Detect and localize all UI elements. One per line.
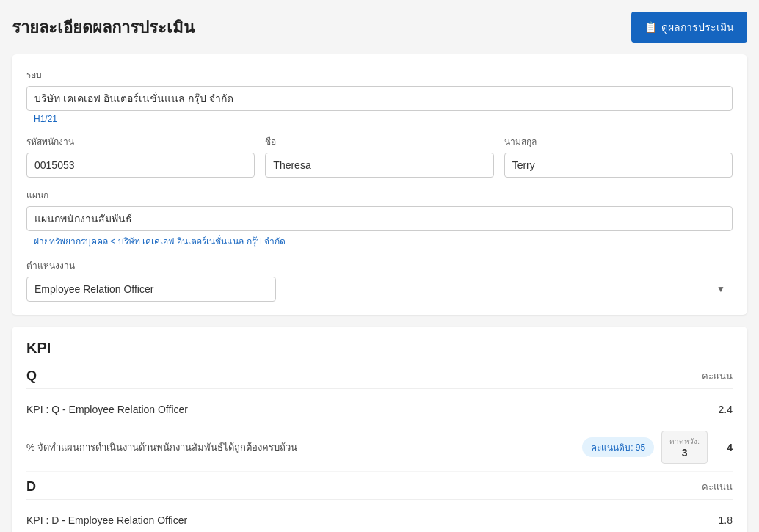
category-q-label: Q (26, 368, 37, 384)
kpi-item-q-1: % จัดทำแผนการดำเนินงานด้านพนักงานสัมพันธ… (26, 423, 733, 472)
clipboard-icon: 📋 (644, 21, 657, 33)
department-select[interactable]: แผนกพนักงานสัมพันธ์ (26, 206, 733, 231)
category-d-score-header: คะแนน (702, 479, 733, 495)
department-sub: ฝ่ายทรัพยากรบุคคล < บริษัท เคเคเอฟ อินเต… (26, 231, 733, 248)
last-name-label: นามสกุล (504, 134, 733, 148)
employee-info-card: รอบ บริษัท เคเคเอฟ อินเตอร์เนชั่นแนล กรุ… (12, 54, 747, 315)
last-name-input[interactable] (504, 153, 733, 178)
position-select[interactable]: Employee Relation Officer (26, 277, 276, 302)
position-select-wrapper: Employee Relation Officer ▼ (26, 277, 733, 302)
first-name-label: ชื่อ (265, 134, 493, 148)
kpi-category-Q: Q คะแนน KPI : Q - Employee Relation Offi… (26, 368, 733, 472)
kpi-item-q-1-expected: คาดหวัง: 3 (661, 431, 708, 464)
kpi-group-q-score: 2.4 (719, 404, 733, 415)
kpi-item-q-1-badge: คะแนนดิบ: 95 (582, 437, 654, 457)
category-q-score-header: คะแนน (702, 368, 733, 384)
kpi-group-d: KPI : D - Employee Relation Officer 1.8 (26, 507, 733, 532)
position-label: ตำแหน่งงาน (26, 258, 733, 272)
department-label: แผนก (26, 188, 733, 202)
kpi-category-D: D คะแนน KPI : D - Employee Relation Offi… (26, 479, 733, 532)
kpi-item-q-1-final: 4 (715, 442, 733, 453)
kpi-section-title: KPI (26, 340, 733, 357)
department-select-wrapper: แผนกพนักงานสัมพันธ์ ฝ่ายทรัพยากรบุคคล < … (26, 206, 733, 248)
round-period: H1/21 (26, 111, 733, 124)
kpi-group-d-label: KPI : D - Employee Relation Officer (26, 514, 187, 526)
round-select[interactable]: บริษัท เคเคเอฟ อินเตอร์เนชั่นแนล กรุ๊ป จ… (26, 86, 733, 111)
chevron-down-icon: ▼ (716, 284, 725, 294)
employee-id-input[interactable] (26, 153, 255, 178)
kpi-group-q: KPI : Q - Employee Relation Officer 2.4 (26, 396, 733, 423)
round-select-wrapper: บริษัท เคเคเอฟ อินเตอร์เนชั่นแนล กรุ๊ป จ… (26, 86, 733, 124)
first-name-input[interactable] (265, 153, 493, 178)
view-results-button[interactable]: 📋 ดูผลการประเมิน (631, 12, 747, 43)
kpi-item-q-1-text: % จัดทำแผนการดำเนินงานด้านพนักงานสัมพันธ… (26, 440, 575, 455)
page-title: รายละเอียดผลการประเมิน (12, 15, 195, 40)
kpi-group-q-label: KPI : Q - Employee Relation Officer (26, 404, 188, 415)
kpi-group-d-score: 1.8 (719, 514, 733, 526)
category-d-label: D (26, 479, 36, 495)
employee-id-label: รหัสพนักงาน (26, 134, 255, 148)
kpi-section: KPI Q คะแนน KPI : Q - Employee Relation … (12, 327, 747, 532)
round-label: รอบ (26, 68, 733, 81)
